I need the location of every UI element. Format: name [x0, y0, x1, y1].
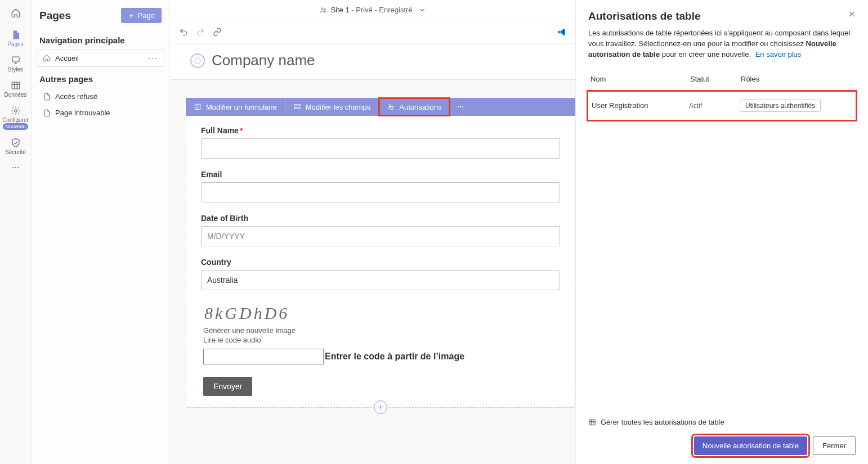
manage-all-link[interactable]: Gérer toutes les autorisations de table — [588, 415, 724, 436]
table-icon — [588, 418, 596, 426]
nav-item-label: Accès refusé — [55, 92, 97, 101]
company-logo-icon — [190, 53, 205, 68]
shield-icon — [387, 103, 395, 111]
full-name-input[interactable] — [201, 138, 560, 159]
rail-data-label: Données — [4, 92, 26, 98]
svg-point-11 — [389, 105, 391, 107]
sidebar-section-other: Autres pages — [32, 69, 169, 86]
submit-button[interactable]: Envoyer — [203, 377, 252, 396]
panel-description: Les autorisations de table répertoriées … — [588, 28, 856, 60]
chevron-down-icon — [418, 6, 426, 14]
svg-point-4 — [15, 167, 16, 168]
form-component[interactable]: Modifier un formulaire Modifier les cham… — [186, 98, 575, 408]
link-button[interactable] — [213, 28, 222, 37]
rail-styles[interactable]: Styles — [0, 52, 32, 75]
toolbar-edit-fields-label: Modifier les champs — [306, 103, 371, 111]
nav-item-more-icon[interactable]: ··· — [148, 53, 158, 62]
undo-button[interactable] — [179, 28, 188, 37]
svg-point-5 — [17, 167, 19, 168]
email-label: Email — [201, 170, 560, 179]
close-icon — [848, 10, 856, 18]
permissions-table: Nom Statut Rôles User Registration Actif… — [588, 70, 856, 120]
nav-item-label: Accueil — [55, 54, 79, 62]
page-icon — [43, 109, 51, 117]
new-permission-button[interactable]: Nouvelle autorisation de table — [694, 436, 807, 455]
canvas-scroll[interactable]: Company name Modifier un formulaire Modi… — [170, 44, 575, 464]
svg-point-14 — [463, 106, 464, 107]
nav-item-accueil[interactable]: Accueil ··· — [37, 49, 164, 66]
captcha-block: 8kGDhD6 Générer une nouvelle image Lire … — [201, 301, 560, 367]
rail-data[interactable]: Données — [0, 77, 32, 100]
svg-rect-9 — [294, 105, 300, 106]
svg-rect-1 — [12, 82, 20, 89]
toolbar-permissions[interactable]: Autorisations — [379, 98, 450, 116]
permissions-row[interactable]: User Registration Actif Utilisateurs aut… — [589, 93, 854, 119]
panel-close-button[interactable] — [848, 10, 856, 20]
col-status: Statut — [690, 75, 741, 83]
svg-rect-15 — [589, 420, 596, 425]
site-status: - Privé - Enregistré — [350, 6, 413, 14]
svg-point-7 — [324, 8, 326, 10]
add-component-button[interactable]: + — [374, 400, 387, 414]
redo-button[interactable] — [196, 28, 205, 37]
home-icon — [43, 54, 51, 62]
col-name: Nom — [590, 75, 690, 83]
dob-input[interactable] — [201, 226, 560, 246]
rail-configure[interactable]: Configurer Nouveau — [0, 102, 32, 132]
close-panel-button[interactable]: Fermer — [813, 436, 856, 455]
form-body: Full Name* Email Date of Birth Coun — [186, 116, 575, 407]
svg-point-2 — [14, 110, 17, 112]
rail-configure-badge: Nouveau — [3, 123, 28, 130]
captcha-input[interactable] — [203, 349, 324, 364]
site-icon — [319, 6, 327, 14]
dob-label: Date of Birth — [201, 214, 560, 223]
perm-name: User Registration — [592, 101, 689, 110]
page-icon — [43, 93, 51, 101]
toolbar-edit-fields[interactable]: Modifier les champs — [285, 98, 379, 116]
new-page-button[interactable]: Page — [121, 8, 162, 23]
fields-icon — [293, 103, 301, 111]
svg-point-13 — [460, 106, 461, 107]
perm-role-chip: Utilisateurs authentifiés — [740, 100, 821, 112]
form-toolbar: Modifier un formulaire Modifier les cham… — [186, 98, 575, 116]
svg-point-12 — [458, 106, 459, 107]
toolbar-more[interactable] — [450, 98, 471, 116]
nav-list-main: Accueil ··· — [32, 47, 169, 69]
site-picker[interactable]: Site 1 - Privé - Enregistré — [319, 6, 426, 14]
form-icon — [194, 103, 202, 111]
captcha-audio-link[interactable]: Lire le code audio — [203, 336, 558, 344]
toolbar-edit-form-label: Modifier un formulaire — [206, 103, 277, 111]
nav-item-not-found[interactable]: Page introuvable — [37, 105, 164, 121]
email-input[interactable] — [201, 182, 560, 202]
toolbar-permissions-label: Autorisations — [399, 103, 441, 111]
home-icon[interactable] — [11, 3, 21, 24]
perm-status: Actif — [689, 102, 740, 110]
vscode-icon[interactable] — [557, 28, 566, 37]
svg-point-3 — [12, 167, 14, 168]
country-input[interactable] — [201, 270, 560, 290]
learn-more-link[interactable]: En savoir plus — [755, 50, 802, 58]
svg-rect-0 — [12, 57, 19, 62]
svg-rect-10 — [294, 107, 300, 109]
manage-all-label: Gérer toutes les autorisations de table — [601, 418, 724, 426]
rail-configure-label: Configurer — [2, 117, 29, 123]
captcha-regenerate-link[interactable]: Générer une nouvelle image — [203, 326, 558, 335]
permissions-row-highlight: User Registration Actif Utilisateurs aut… — [588, 92, 856, 120]
permissions-panel: Autorisations de table Les autorisations… — [575, 0, 868, 464]
nav-list-other: Accès refusé Page introuvable — [32, 86, 169, 123]
nav-item-access-denied[interactable]: Accès refusé — [37, 88, 164, 105]
pages-sidebar: Pages Page Navigation principale Accueil… — [32, 0, 170, 464]
main-editor: Site 1 - Privé - Enregistré Company name — [170, 0, 575, 464]
new-page-label: Page — [138, 11, 155, 20]
col-roles: Rôles — [741, 75, 853, 83]
full-name-label: Full Name* — [201, 126, 560, 135]
captcha-hint: Entrer le code à partir de l’image — [325, 352, 464, 362]
toolbar-edit-form[interactable]: Modifier un formulaire — [186, 98, 285, 116]
company-name: Company name — [212, 52, 315, 69]
rail-security[interactable]: Sécurité — [0, 134, 32, 157]
rail-more-icon[interactable] — [11, 163, 20, 174]
rail-pages[interactable]: Pages — [0, 26, 32, 49]
captcha-image: 8kGDhD6 — [203, 301, 558, 325]
command-bar — [170, 20, 575, 44]
panel-title: Autorisations de table — [588, 10, 701, 22]
